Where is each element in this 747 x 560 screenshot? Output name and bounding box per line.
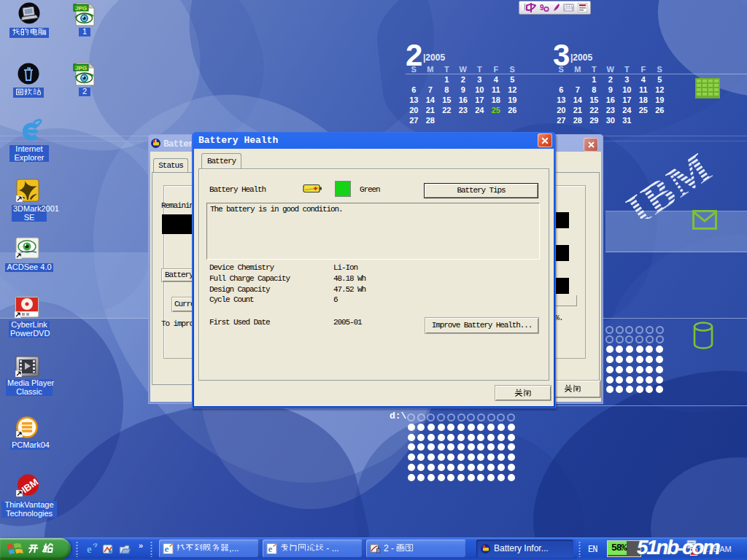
svg-text:IBM: IBM [618, 143, 719, 219]
svg-text:JPG: JPG [75, 65, 87, 71]
svg-text:e: e [165, 543, 169, 554]
svg-text:9: 9 [540, 4, 544, 12]
svg-text:e: e [87, 543, 92, 555]
svg-text:e: e [268, 543, 273, 554]
svg-text:JPG: JPG [75, 5, 87, 12]
